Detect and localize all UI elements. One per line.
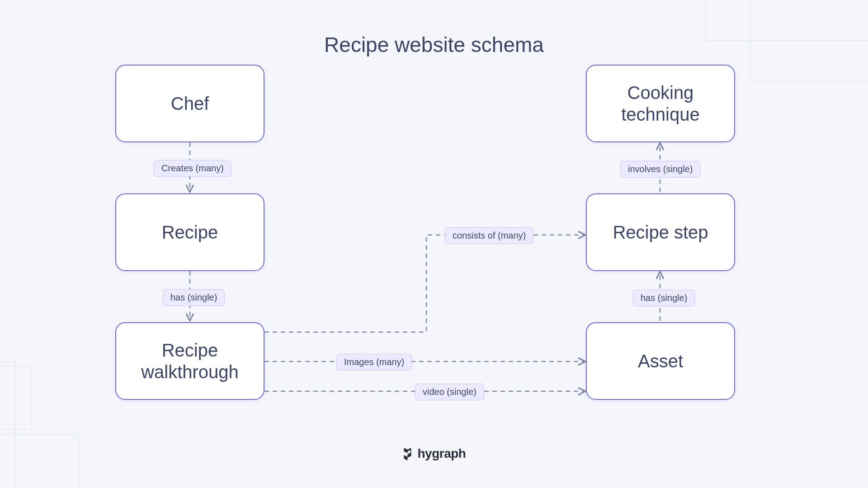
entity-recipe-step: Recipe step [586, 193, 735, 271]
decor-grid [0, 361, 16, 488]
entity-recipe: Recipe [115, 193, 264, 271]
entity-label: Recipe step [613, 221, 708, 243]
entity-label: Recipe [162, 221, 218, 243]
entity-label: Cooking technique [587, 82, 734, 125]
diagram-title: Recipe website schema [324, 33, 544, 57]
brand-text: hygraph [418, 446, 466, 461]
brand-logo: hygraph [402, 446, 466, 461]
entity-chef: Chef [115, 65, 264, 142]
relation-has-single: has (single) [633, 290, 695, 306]
relation-images-many: Images (many) [336, 354, 412, 371]
decor-grid [750, 0, 868, 81]
relation-video-single: video (single) [415, 384, 484, 400]
relation-consists-of-many: consists of (many) [445, 227, 533, 244]
entity-label: Asset [638, 350, 683, 372]
relation-creates-many: Creates (many) [154, 160, 231, 177]
entity-label: Chef [171, 93, 209, 114]
relation-involves-single: involves (single) [620, 161, 700, 178]
entity-cooking-technique: Cooking technique [586, 65, 735, 142]
entity-label: Recipe walkthrough [116, 339, 264, 383]
relation-has-single: has (single) [163, 289, 225, 306]
entity-asset: Asset [586, 322, 735, 400]
entity-recipe-walkthrough: Recipe walkthrough [115, 322, 264, 400]
hygraph-icon [402, 447, 413, 460]
